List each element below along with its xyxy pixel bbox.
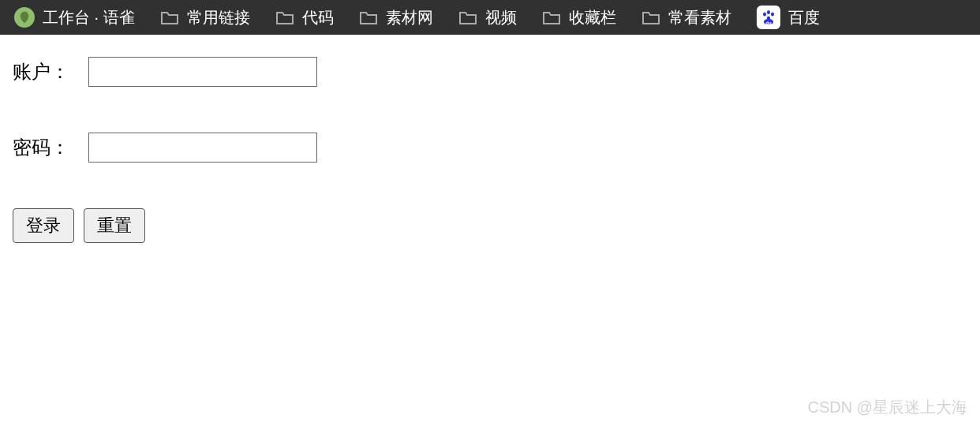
bookmark-baidu[interactable]: du 百度 bbox=[757, 6, 820, 29]
svg-point-1 bbox=[767, 10, 770, 14]
folder-icon bbox=[275, 9, 294, 25]
folder-icon bbox=[542, 9, 561, 25]
account-input[interactable] bbox=[88, 57, 317, 87]
password-row: 密码： bbox=[13, 133, 967, 163]
password-label: 密码： bbox=[13, 135, 88, 160]
bookmark-folder-0[interactable]: 常用链接 bbox=[160, 7, 250, 28]
bookmark-folder-4[interactable]: 收藏栏 bbox=[542, 7, 616, 28]
bookmark-label: 百度 bbox=[788, 7, 820, 28]
reset-button[interactable]: 重置 bbox=[84, 208, 145, 243]
login-form: 账户： 密码： 登录 重置 bbox=[0, 35, 980, 265]
bookmark-bar: 工作台 · 语雀 常用链接 代码 素材网 视频 收藏栏 常看素材 bbox=[0, 0, 980, 35]
svg-point-0 bbox=[763, 12, 766, 16]
folder-icon bbox=[458, 9, 477, 25]
bookmark-label: 常看素材 bbox=[668, 7, 731, 28]
svg-text:du: du bbox=[765, 21, 772, 25]
bookmark-label: 视频 bbox=[485, 7, 517, 28]
watermark: CSDN @星辰迷上大海 bbox=[807, 397, 967, 418]
account-label: 账户： bbox=[13, 59, 88, 84]
bookmark-folder-3[interactable]: 视频 bbox=[458, 7, 517, 28]
baidu-icon: du bbox=[757, 6, 780, 29]
bookmark-yuque[interactable]: 工作台 · 语雀 bbox=[14, 7, 135, 28]
password-input[interactable] bbox=[88, 133, 317, 163]
bookmark-label: 常用链接 bbox=[187, 7, 250, 28]
login-button[interactable]: 登录 bbox=[13, 208, 74, 243]
bookmark-label: 收藏栏 bbox=[569, 7, 616, 28]
folder-icon bbox=[641, 9, 660, 25]
yuque-icon bbox=[14, 7, 35, 28]
bookmark-label: 代码 bbox=[302, 7, 334, 28]
bookmark-label: 工作台 · 语雀 bbox=[43, 7, 135, 28]
bookmark-folder-1[interactable]: 代码 bbox=[275, 7, 334, 28]
button-row: 登录 重置 bbox=[13, 208, 967, 243]
svg-point-2 bbox=[771, 12, 774, 16]
bookmark-folder-5[interactable]: 常看素材 bbox=[641, 7, 731, 28]
bookmark-label: 素材网 bbox=[386, 7, 433, 28]
bookmark-folder-2[interactable]: 素材网 bbox=[359, 7, 433, 28]
account-row: 账户： bbox=[13, 57, 967, 87]
folder-icon bbox=[160, 9, 179, 25]
folder-icon bbox=[359, 9, 378, 25]
